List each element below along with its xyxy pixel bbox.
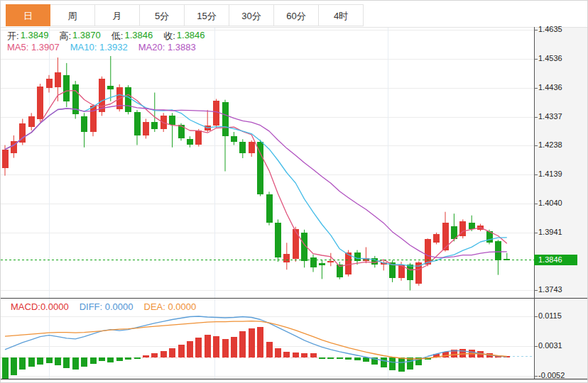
tab-60min[interactable]: 60分 — [274, 4, 319, 26]
price-axis-label: 1.4635 — [538, 25, 562, 33]
price-axis-label: 1.4040 — [538, 199, 562, 207]
tab-4hour[interactable]: 4时 — [319, 4, 364, 26]
tab-month[interactable]: 月 — [95, 4, 140, 26]
price-axis-label: 1.4536 — [538, 54, 562, 62]
ohlc-high: 高:1.3870 — [59, 30, 100, 43]
macd-legend: MACD:0.0000 DIFF: 0.0000 DEA: 0.0000 — [11, 301, 207, 312]
ma20-value: MA20: 1.3883 — [138, 42, 196, 52]
price-axis-label: 1.4238 — [538, 140, 562, 149]
dea-value: DEA: 0.0000 — [144, 301, 197, 312]
tab-15min[interactable]: 15分 — [185, 4, 229, 26]
timeframe-tabbar: 日 周 月 5分 15分 30分 60分 4时 — [6, 4, 364, 26]
price-axis-label: 1.4436 — [538, 83, 562, 91]
dea-line — [5, 321, 507, 359]
chart-canvas[interactable] — [1, 1, 588, 383]
ma5-value: MA5: 1.3907 — [7, 42, 60, 52]
macd-histogram — [2, 327, 511, 379]
ohlc-legend: 开:1.3849 高:1.3870 低:1.3846 收:1.3846 — [7, 30, 216, 43]
price-axis-label: 1.3941 — [538, 228, 562, 236]
tab-5min[interactable]: 5分 — [140, 4, 185, 26]
diff-line — [5, 316, 507, 362]
ohlc-low: 低:1.3846 — [111, 30, 153, 43]
macd-value: MACD:0.0000 — [11, 301, 69, 312]
tab-30min[interactable]: 30分 — [229, 4, 274, 26]
macd-axis-label: 0.0115 — [538, 311, 562, 320]
ohlc-open: 开:1.3849 — [7, 30, 48, 43]
macd-axis-label: 0.0031 — [538, 341, 562, 350]
current-price-badge: 1.3846 — [534, 255, 577, 265]
tab-day[interactable]: 日 — [6, 4, 50, 26]
macd-axis-label: -0.0052 — [538, 371, 565, 379]
ma-legend: MA5: 1.3907 MA10: 1.3932 MA20: 1.3883 — [7, 42, 207, 52]
ma10-value: MA10: 1.3932 — [70, 42, 128, 52]
candlestick-series — [2, 56, 511, 290]
price-axis-label: 1.4139 — [538, 170, 562, 178]
ohlc-close: 收:1.3846 — [163, 30, 205, 43]
price-axis-label: 1.4337 — [538, 112, 562, 121]
ma20-line — [5, 106, 507, 258]
diff-value: DIFF: 0.0000 — [80, 301, 134, 312]
tab-week[interactable]: 周 — [50, 4, 95, 26]
price-axis-label: 1.3743 — [538, 285, 562, 294]
ma10-line — [5, 94, 507, 266]
trading-chart-window: 日 周 月 5分 15分 30分 60分 4时 开:1.3849 高:1.387… — [0, 0, 588, 383]
